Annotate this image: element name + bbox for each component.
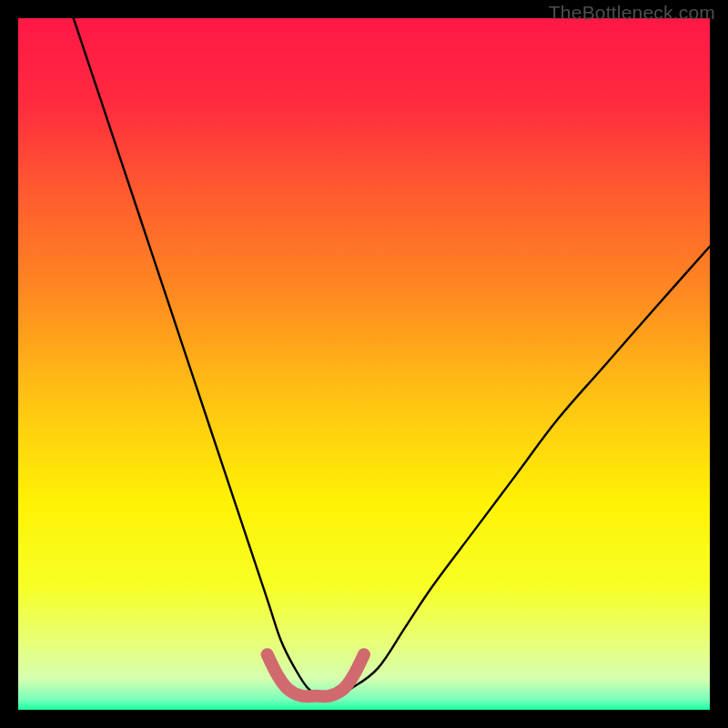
chart-svg (18, 18, 710, 710)
bottleneck-valley-highlight (268, 654, 364, 696)
outer-frame: TheBottleneck.com (0, 0, 728, 728)
plot-area (18, 18, 710, 710)
watermark-text: TheBottleneck.com (549, 2, 715, 24)
bottleneck-curve (74, 18, 710, 697)
